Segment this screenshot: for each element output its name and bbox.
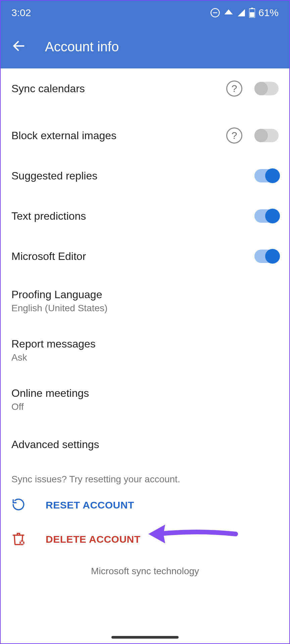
label-proofing-language: Proofing Language [11, 288, 279, 301]
row-text-predictions[interactable]: Text predictions [1, 196, 289, 236]
battery-icon [249, 8, 255, 18]
row-report-messages[interactable]: Report messages Ask [1, 326, 289, 375]
dnd-icon [210, 8, 220, 18]
label-suggested-replies: Suggested replies [11, 170, 254, 182]
back-button[interactable] [11, 39, 26, 55]
page-title: Account info [45, 39, 119, 54]
status-bar: 3:02 61% [1, 1, 289, 25]
row-advanced-settings[interactable]: Advanced settings [1, 424, 289, 465]
reset-account-button[interactable]: RESET ACCOUNT [1, 488, 289, 522]
status-right: 61% [210, 7, 279, 18]
reset-account-label: RESET ACCOUNT [46, 499, 134, 511]
footer-text: Microsoft sync technology [1, 556, 289, 580]
toggle-block-external-images[interactable] [254, 129, 279, 142]
label-sync-calendars: Sync calendars [11, 83, 226, 95]
value-online-meetings: Off [11, 401, 279, 412]
row-online-meetings[interactable]: Online meetings Off [1, 375, 289, 424]
row-sync-calendars[interactable]: Sync calendars ? [1, 68, 289, 109]
row-suggested-replies[interactable]: Suggested replies [1, 156, 289, 196]
label-advanced-settings: Advanced settings [11, 438, 279, 451]
toggle-text-predictions[interactable] [254, 209, 279, 223]
row-microsoft-editor[interactable]: Microsoft Editor [1, 236, 289, 276]
battery-percent: 61% [258, 7, 279, 18]
toggle-microsoft-editor[interactable] [254, 250, 279, 263]
row-proofing-language[interactable]: Proofing Language English (United States… [1, 276, 289, 326]
toggle-sync-calendars[interactable] [254, 82, 279, 95]
help-icon[interactable]: ? [226, 127, 242, 144]
toggle-suggested-replies[interactable] [254, 169, 279, 182]
label-block-external-images: Block external images [11, 129, 226, 142]
label-report-messages: Report messages [11, 338, 279, 350]
reset-icon [11, 497, 26, 513]
sync-hint: Sync issues? Try resetting your account. [1, 465, 289, 488]
label-microsoft-editor: Microsoft Editor [11, 250, 254, 263]
signal-icon [237, 8, 246, 17]
status-time: 3:02 [11, 7, 31, 18]
settings-list: Sync calendars ? Block external images ?… [1, 68, 289, 580]
delete-account-label: DELETE ACCOUNT [46, 534, 141, 545]
help-icon[interactable]: ? [226, 80, 242, 97]
value-report-messages: Ask [11, 352, 279, 363]
nav-handle[interactable] [111, 636, 179, 639]
svg-rect-3 [251, 8, 253, 9]
value-proofing-language: English (United States) [11, 303, 279, 314]
label-text-predictions: Text predictions [11, 210, 254, 222]
delete-account-button[interactable]: DELETE ACCOUNT [1, 522, 289, 556]
svg-rect-4 [250, 12, 254, 17]
wifi-icon [224, 8, 234, 18]
row-block-external-images[interactable]: Block external images ? [1, 115, 289, 156]
trash-icon [11, 532, 26, 547]
label-online-meetings: Online meetings [11, 387, 279, 399]
app-bar: Account info [1, 25, 289, 68]
